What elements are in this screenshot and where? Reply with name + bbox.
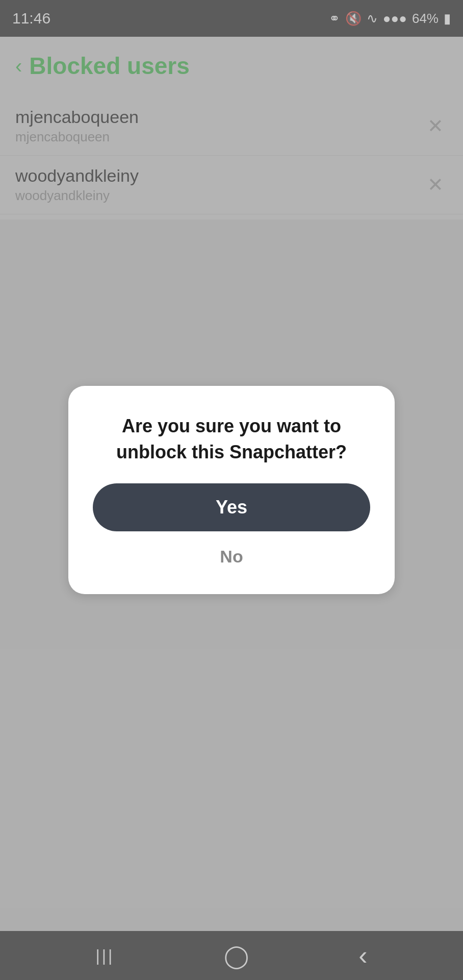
dialog-message: Are you sure you want to unblock this Sn… (93, 413, 370, 465)
confirm-yes-button[interactable]: Yes (93, 483, 370, 531)
dialog-buttons: Yes No (93, 483, 370, 572)
confirmation-dialog: Are you sure you want to unblock this Sn… (68, 386, 395, 594)
dialog-overlay: Are you sure you want to unblock this Sn… (0, 0, 463, 980)
confirm-no-button[interactable]: No (199, 542, 263, 572)
